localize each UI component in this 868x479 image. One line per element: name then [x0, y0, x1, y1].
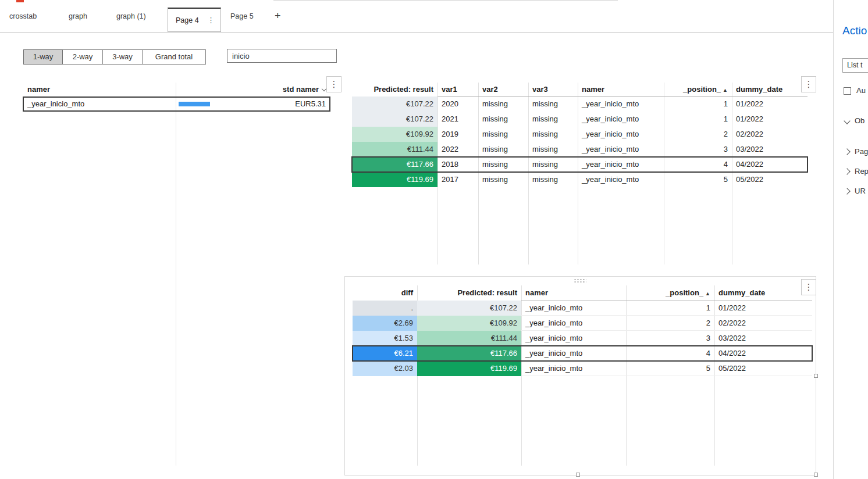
cell-date[interactable]: 02/2022: [732, 127, 807, 142]
section-objects[interactable]: Ob: [845, 116, 865, 125]
tab-page-4[interactable]: Page 4 ⋮: [168, 8, 221, 32]
table-row[interactable]: €107.222021missingmissing_year_inicio_mt…: [352, 112, 807, 127]
cell-position[interactable]: 1: [664, 112, 732, 127]
cell-position[interactable]: 3: [626, 331, 714, 346]
column-header-date[interactable]: dummy_date: [732, 83, 807, 97]
cell-diff[interactable]: €1.53: [353, 331, 417, 346]
cell-position[interactable]: 4: [626, 346, 714, 361]
column-header-namer[interactable]: namer: [521, 285, 626, 301]
tab-crosstab[interactable]: crosstab: [9, 0, 37, 33]
column-header-position[interactable]: _position_▲: [664, 83, 732, 97]
cell-diff[interactable]: €6.21: [353, 346, 417, 361]
column-header-predicted[interactable]: Predicted: result: [417, 285, 521, 301]
cell-predicted[interactable]: €107.22: [352, 96, 437, 112]
tab-menu-icon[interactable]: ⋮: [202, 16, 215, 24]
cell-var3[interactable]: missing: [528, 112, 578, 127]
cell-var1[interactable]: 2020: [437, 96, 478, 112]
tab-graph-1[interactable]: graph (1): [116, 0, 146, 33]
cell-predicted[interactable]: €119.69: [352, 172, 437, 187]
cell-var2[interactable]: missing: [478, 112, 528, 127]
column-header-date[interactable]: dummy_date: [714, 285, 812, 301]
cell-position[interactable]: 1: [664, 96, 732, 112]
section-url[interactable]: UR: [845, 187, 866, 195]
cell-position[interactable]: 2: [664, 127, 732, 142]
column-header-std-namer[interactable]: std namer: [176, 83, 330, 96]
section-page[interactable]: Pag: [845, 147, 868, 156]
cell-namer[interactable]: _year_inicio_mto: [23, 97, 176, 111]
move-handle[interactable]: [574, 278, 586, 283]
table-menu-button[interactable]: ⋮: [326, 76, 341, 92]
cell-namer[interactable]: _year_inicio_mto: [521, 301, 626, 316]
cell-date[interactable]: 03/2022: [732, 142, 807, 157]
resize-handle-corner[interactable]: [814, 473, 818, 477]
cell-predicted[interactable]: €111.44: [417, 331, 521, 346]
cell-diff[interactable]: .: [353, 301, 417, 316]
cell-var3[interactable]: missing: [528, 127, 578, 142]
cell-position[interactable]: 5: [626, 361, 714, 376]
cell-predicted[interactable]: €109.92: [417, 316, 521, 331]
cell-namer[interactable]: _year_inicio_mto: [521, 361, 626, 376]
column-header-namer[interactable]: namer: [578, 83, 664, 97]
cell-namer[interactable]: _year_inicio_mto: [578, 157, 664, 172]
cell-predicted[interactable]: €107.22: [352, 112, 437, 127]
table-row[interactable]: €117.662018missingmissing_year_inicio_mt…: [352, 157, 807, 172]
cell-namer[interactable]: _year_inicio_mto: [578, 96, 664, 112]
table-row[interactable]: €2.03€119.69_year_inicio_mto505/2022: [353, 361, 812, 376]
cell-predicted[interactable]: €117.66: [352, 157, 437, 172]
cell-var2[interactable]: missing: [478, 157, 528, 172]
cell-date[interactable]: 01/2022: [714, 301, 812, 316]
auto-checkbox[interactable]: [844, 87, 851, 95]
cell-date[interactable]: 05/2022: [732, 172, 807, 187]
table-row[interactable]: €1.53€111.44_year_inicio_mto303/2022: [353, 331, 812, 346]
view-button-grand-total[interactable]: Grand total: [142, 49, 206, 65]
view-button-2-way[interactable]: 2-way: [62, 49, 103, 65]
cell-predicted[interactable]: €109.92: [352, 127, 437, 142]
table-row[interactable]: €2.69€109.92_year_inicio_mto202/2022: [353, 316, 812, 331]
cell-position[interactable]: 4: [664, 157, 732, 172]
table-row[interactable]: .€107.22_year_inicio_mto101/2022: [353, 301, 812, 316]
cell-predicted[interactable]: €107.22: [417, 301, 521, 316]
column-header-var1[interactable]: var1: [437, 83, 478, 97]
column-header-diff[interactable]: diff: [353, 285, 417, 301]
column-header-var2[interactable]: var2: [478, 83, 528, 97]
table-row[interactable]: €111.442022missingmissing_year_inicio_mt…: [352, 142, 807, 157]
cell-var1[interactable]: 2018: [437, 157, 478, 172]
cell-diff[interactable]: €2.03: [353, 361, 417, 376]
tab-graph[interactable]: graph: [69, 0, 87, 33]
cell-namer[interactable]: _year_inicio_mto: [578, 127, 664, 142]
table-row[interactable]: €109.922019missingmissing_year_inicio_mt…: [352, 127, 807, 142]
cell-position[interactable]: 1: [626, 301, 714, 316]
cell-position[interactable]: 3: [664, 142, 732, 157]
cell-predicted[interactable]: €119.69: [417, 361, 521, 376]
cell-namer[interactable]: _year_inicio_mto: [521, 331, 626, 346]
cell-var2[interactable]: missing: [478, 96, 528, 112]
cell-position[interactable]: 5: [664, 172, 732, 187]
cell-position[interactable]: 2: [626, 316, 714, 331]
cell-date[interactable]: 02/2022: [714, 316, 812, 331]
view-button-1-way[interactable]: 1-way: [23, 49, 63, 65]
cell-var3[interactable]: missing: [528, 96, 578, 112]
list-dropdown-button[interactable]: List t: [842, 58, 868, 73]
cell-date[interactable]: 03/2022: [714, 331, 812, 346]
bottom-table[interactable]: diffPredicted: resultnamer_position_▲dum…: [344, 276, 816, 476]
column-header-position[interactable]: _position_▲: [626, 285, 714, 301]
cell-date[interactable]: 01/2022: [732, 96, 807, 112]
column-header-namer[interactable]: namer: [23, 83, 176, 96]
cell-var3[interactable]: missing: [528, 172, 578, 187]
cell-var1[interactable]: 2019: [437, 127, 478, 142]
cell-namer[interactable]: _year_inicio_mto: [521, 346, 626, 361]
cell-date[interactable]: 04/2022: [714, 346, 812, 361]
section-report[interactable]: Rep: [845, 167, 868, 176]
table-row[interactable]: €119.692017missingmissing_year_inicio_mt…: [352, 172, 807, 187]
cell-namer[interactable]: _year_inicio_mto: [578, 172, 664, 187]
table-row[interactable]: €107.222020missingmissing_year_inicio_mt…: [352, 96, 807, 112]
cell-predicted[interactable]: €111.44: [352, 142, 437, 157]
view-button-3-way[interactable]: 3-way: [102, 49, 143, 65]
cell-date[interactable]: 04/2022: [732, 157, 807, 172]
cell-var1[interactable]: 2022: [437, 142, 478, 157]
column-header-var3[interactable]: var3: [528, 83, 578, 97]
cell-namer[interactable]: _year_inicio_mto: [521, 316, 626, 331]
cell-var3[interactable]: missing: [528, 142, 578, 157]
cell-diff[interactable]: €2.69: [353, 316, 417, 331]
filter-input[interactable]: [227, 49, 337, 63]
